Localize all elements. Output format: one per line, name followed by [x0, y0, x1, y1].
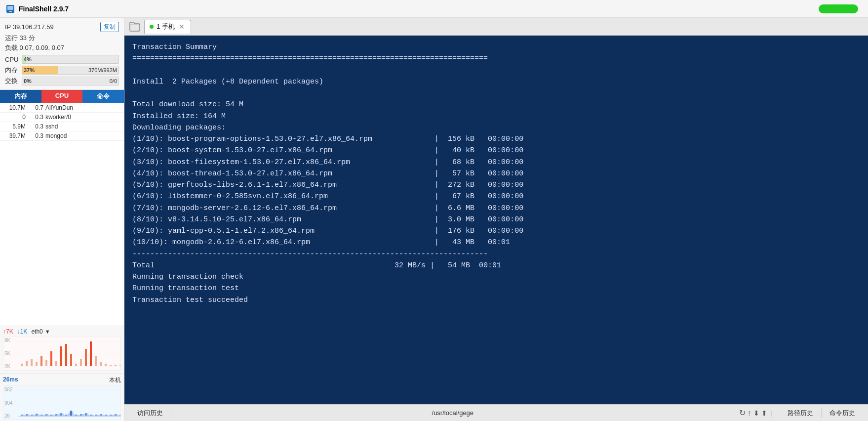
list-item: 39.7M 0.3 mongod	[0, 131, 124, 141]
history-button[interactable]: 访问历史	[129, 409, 171, 418]
swap-bar: 0%	[22, 77, 118, 85]
copy-button[interactable]: 复制	[100, 22, 119, 32]
proc-name: kworker/0	[45, 114, 122, 121]
svg-rect-18	[80, 359, 82, 366]
bottom-icons: ↻ ↑ ⬇ ⬆ |	[734, 408, 780, 418]
proc-mem: 39.7M	[2, 132, 26, 139]
bottom-bar: 访问历史 /usr/local/gege ↻ ↑ ⬇ ⬆ | 路径历史 命令历史	[124, 404, 868, 421]
folder-icon-btn[interactable]	[127, 20, 142, 34]
refresh-icon[interactable]: ↻	[739, 408, 746, 418]
mem-percent: 37%	[24, 67, 35, 73]
runtime-label: 运行 33 分	[5, 34, 119, 42]
tab-mem[interactable]: 内存	[0, 90, 41, 103]
svg-rect-8	[31, 359, 33, 366]
svg-rect-15	[65, 344, 67, 366]
proc-name: mongod	[45, 132, 122, 139]
proc-mem: 5.9M	[2, 123, 26, 130]
net-dropdown-icon[interactable]: ▼	[45, 329, 50, 335]
proc-mem: 0	[2, 114, 26, 121]
app-title: FinalShell 2.9.7	[19, 5, 69, 13]
svg-rect-14	[60, 346, 62, 366]
svg-rect-26	[119, 365, 121, 366]
net-chart-svg	[3, 337, 121, 371]
load-label: 负载 0.07, 0.09, 0.07	[5, 43, 119, 52]
ip-label: IP 39.106.217.59	[5, 23, 54, 31]
swap-bar-container: 0% 0/0	[22, 77, 119, 85]
cpu-percent: 4%	[24, 56, 32, 62]
proc-mem: 10.7M	[2, 104, 26, 111]
svg-rect-2	[9, 11, 12, 12]
svg-rect-21	[95, 356, 97, 366]
svg-rect-9	[36, 362, 38, 366]
net-chart: 8K 5K 2K	[3, 336, 121, 371]
svg-rect-12	[50, 351, 52, 366]
svg-rect-1	[7, 6, 13, 10]
latency-section: 26ms 本机 582 304 26	[0, 374, 124, 421]
list-item: 0 0.3 kworker/0	[0, 113, 124, 122]
current-path: /usr/local/gege	[171, 409, 734, 417]
svg-rect-6	[21, 364, 23, 366]
svg-rect-17	[75, 364, 77, 366]
cpu-bar-container: 4%	[22, 55, 119, 64]
proc-cpu: 0.7	[28, 104, 43, 111]
cpu-bar: 4%	[22, 55, 26, 63]
svg-rect-24	[110, 365, 112, 366]
mem-bar: 37%	[22, 66, 58, 74]
latency-labels: 582 304 26	[4, 387, 13, 419]
list-item: 10.7M 0.7 AliYunDun	[0, 103, 124, 113]
proc-cpu: 0.3	[28, 123, 43, 130]
svg-rect-25	[115, 365, 117, 366]
swap-detail: 0/0	[110, 78, 117, 84]
process-list: 10.7M 0.7 AliYunDun 0 0.3 kworker/0 5.9M…	[0, 103, 124, 326]
latency-local: 本机	[109, 376, 121, 384]
net-up: ↑7K	[3, 328, 13, 335]
svg-rect-13	[55, 361, 57, 366]
sync-icon[interactable]: ⬆	[761, 409, 767, 417]
latency-chart-svg	[3, 386, 121, 420]
proc-name: AliYunDun	[45, 104, 122, 111]
folder-icon	[129, 21, 141, 32]
svg-marker-53	[17, 411, 121, 417]
tab-cpu[interactable]: CPU	[41, 90, 83, 103]
titlebar: FinalShell 2.9.7	[0, 0, 868, 18]
terminal-output: Transaction Summary ====================…	[132, 42, 860, 306]
process-tabs: 内存 CPU 命令	[0, 90, 124, 103]
swap-label: 交换	[5, 77, 22, 85]
cpu-label: CPU	[5, 56, 22, 63]
svg-rect-11	[45, 360, 47, 366]
list-item: 5.9M 0.3 sshd	[0, 122, 124, 131]
path-history-button[interactable]: 路径历史	[780, 409, 822, 418]
swap-percent: 0%	[24, 78, 32, 84]
svg-rect-10	[40, 356, 42, 366]
session-tab[interactable]: 1 手机 ✕	[144, 20, 191, 34]
download-icon[interactable]: ⬇	[753, 409, 759, 417]
network-section: ↑7K ↓1K eth0 ▼ 8K 5K 2K	[0, 326, 124, 374]
net-down: ↓1K	[17, 328, 28, 335]
upload-icon[interactable]: ↑	[748, 409, 751, 418]
cmd-history-button[interactable]: 命令历史	[822, 409, 863, 418]
mem-label: 内存	[5, 66, 22, 75]
tab-cmd[interactable]: 命令	[82, 90, 124, 103]
svg-rect-22	[100, 362, 102, 366]
mem-detail: 370M/992M	[88, 67, 117, 73]
tab-bar: 1 手机 ✕	[124, 18, 868, 36]
app-icon	[6, 4, 15, 13]
mem-bar-container: 37% 370M/992M	[22, 66, 119, 75]
session-close-icon[interactable]: ✕	[179, 23, 185, 31]
proc-cpu: 0.3	[28, 114, 43, 121]
bottom-separator: |	[771, 409, 773, 417]
proc-cpu: 0.3	[28, 132, 43, 139]
svg-rect-19	[85, 349, 87, 366]
session-dot	[150, 25, 154, 29]
terminal[interactable]: Transaction Summary ====================…	[124, 36, 868, 404]
net-iface: eth0	[31, 328, 42, 335]
net-labels: 8K 5K 2K	[4, 337, 10, 369]
svg-rect-20	[90, 341, 92, 366]
session-label: 1 手机	[157, 22, 175, 31]
proc-name: sshd	[45, 123, 122, 130]
latency-ms: 26ms	[3, 376, 18, 384]
svg-rect-16	[70, 354, 72, 366]
svg-rect-23	[105, 364, 107, 366]
svg-rect-7	[26, 361, 28, 366]
latency-chart: 582 304 26	[3, 385, 121, 420]
